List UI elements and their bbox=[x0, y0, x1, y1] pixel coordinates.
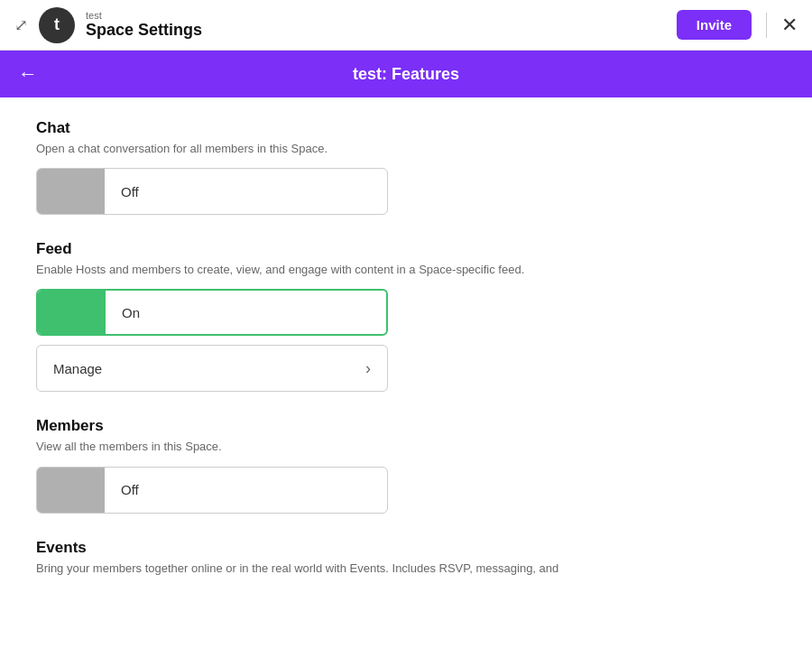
main-content: Chat Open a chat conversation for all me… bbox=[0, 97, 812, 658]
toggle-label-members: Off bbox=[105, 468, 387, 513]
close-icon[interactable]: ✕ bbox=[781, 15, 798, 35]
feature-title-chat: Chat bbox=[36, 119, 776, 137]
feature-description-chat: Open a chat conversation for all members… bbox=[36, 141, 776, 157]
feature-section-members: Members View all the members in this Spa… bbox=[36, 417, 776, 513]
back-button[interactable]: ← bbox=[18, 62, 38, 86]
toggle-row-members[interactable]: Off bbox=[36, 467, 388, 514]
title-group: test Space Settings bbox=[86, 10, 202, 40]
avatar: t bbox=[39, 7, 75, 43]
feature-section-events: Events Bring your members together onlin… bbox=[36, 539, 776, 577]
feature-description-events: Bring your members together online or in… bbox=[36, 561, 776, 577]
header-divider bbox=[766, 13, 767, 38]
toggle-label-chat: Off bbox=[105, 169, 387, 214]
header-left: ⤢ t test Space Settings bbox=[14, 7, 202, 43]
feature-section-chat: Chat Open a chat conversation for all me… bbox=[36, 119, 776, 215]
feature-title-members: Members bbox=[36, 417, 776, 435]
top-header: ⤢ t test Space Settings Invite ✕ bbox=[0, 0, 812, 51]
feature-section-feed: Feed Enable Hosts and members to create,… bbox=[36, 240, 776, 392]
resize-icon[interactable]: ⤢ bbox=[14, 15, 28, 35]
toggle-row-chat[interactable]: Off bbox=[36, 168, 388, 215]
toggle-label-feed: On bbox=[106, 291, 386, 334]
page-title: Space Settings bbox=[86, 21, 202, 40]
sub-header: ← test: Features bbox=[0, 51, 812, 97]
feature-title-feed: Feed bbox=[36, 240, 776, 258]
invite-button[interactable]: Invite bbox=[677, 10, 752, 40]
chevron-right-icon: › bbox=[365, 359, 371, 378]
header-right: Invite ✕ bbox=[677, 10, 798, 40]
manage-label-feed: Manage bbox=[53, 361, 102, 376]
space-name: test bbox=[86, 10, 202, 21]
sub-header-title: test: Features bbox=[18, 65, 794, 84]
toggle-indicator-members bbox=[37, 468, 105, 513]
toggle-row-feed[interactable]: On bbox=[36, 289, 388, 336]
manage-row-feed[interactable]: Manage › bbox=[36, 345, 388, 392]
feature-title-events: Events bbox=[36, 539, 776, 557]
toggle-indicator-feed bbox=[38, 291, 106, 334]
feature-description-feed: Enable Hosts and members to create, view… bbox=[36, 262, 776, 278]
feature-description-members: View all the members in this Space. bbox=[36, 439, 776, 455]
toggle-indicator-chat bbox=[37, 169, 105, 214]
